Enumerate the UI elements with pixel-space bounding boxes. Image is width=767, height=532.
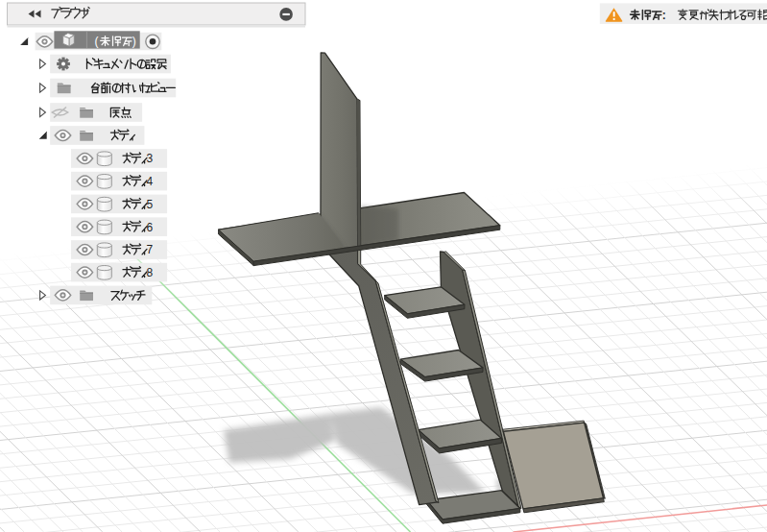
svg-text:8: 8: [147, 266, 154, 279]
svg-text:3: 3: [147, 152, 154, 165]
svg-text:(: (: [94, 35, 98, 48]
svg-text:7: 7: [147, 243, 154, 256]
svg-text:6: 6: [147, 221, 154, 234]
svg-text:): ): [132, 35, 136, 48]
svg-text:4: 4: [147, 175, 154, 188]
svg-text:5: 5: [147, 198, 154, 211]
svg-text::: :: [662, 9, 666, 22]
